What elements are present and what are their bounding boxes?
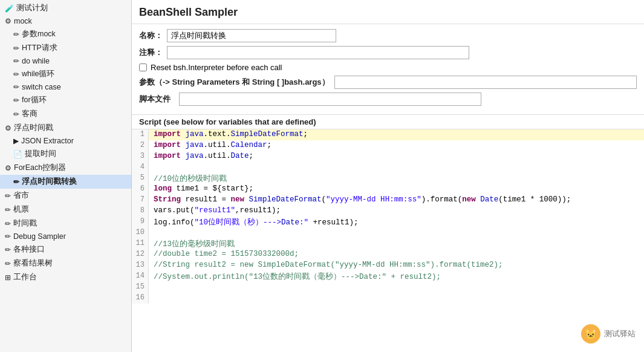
line-content [149, 293, 644, 304]
tree-icon-do-while: ✏ [13, 57, 19, 65]
tree-icon-province: ✏ [5, 192, 11, 200]
sidebar-item-view-results[interactable]: ✏察看结果树 [0, 256, 131, 270]
sidebar-item-various-api[interactable]: ✏各种接口 [0, 243, 131, 256]
tree-label-float-timestamp-conv: 浮点时间戳转换 [22, 177, 77, 187]
code-line: 10 [132, 227, 644, 238]
line-number: 11 [132, 238, 149, 249]
line-content: //double time2 = 1515730332000d; [149, 249, 644, 260]
sidebar-item-province[interactable]: ✏省市 [0, 189, 131, 203]
tree-icon-various-api: ✏ [5, 246, 11, 254]
line-number: 10 [132, 227, 149, 238]
line-content: //System.out.println("13位数的时间戳（毫秒）--->Da… [149, 271, 644, 282]
tree-label-various-api: 各种接口 [13, 244, 45, 255]
code-line: 14//System.out.println("13位数的时间戳（毫秒）--->… [132, 271, 644, 282]
params-label: 参数（-> String Parameters 和 String [ ]bash… [139, 77, 330, 88]
tree-label-foreach-ctrl: ForEach控制器 [14, 163, 66, 173]
sidebar-item-float-timestamp[interactable]: ⚙浮点时间戳 [0, 121, 131, 135]
tree-label-json-extractor: JSON Extractor [21, 137, 74, 145]
tree-label-test-plan: 测试计划 [16, 3, 48, 13]
tree-icon-ticket: ✏ [5, 206, 11, 214]
sidebar-item-test-plan[interactable]: 🧪测试计划 [0, 1, 131, 15]
tree-icon-params-mock: ✏ [13, 30, 19, 39]
tree-label-do-while: do while [22, 57, 50, 65]
tree-icon-http-request: ✏ [13, 44, 19, 53]
tree-icon-while-loop: ✏ [13, 70, 19, 79]
sidebar-item-mock[interactable]: ⚙mock [0, 15, 131, 27]
params-row: 参数（-> String Parameters 和 String [ ]bash… [139, 76, 637, 89]
tree-icon-foreach-ctrl: ⚙ [5, 164, 11, 172]
line-content: vars.put("result1",result1); [149, 206, 644, 217]
comment-row: 注释： [139, 46, 637, 59]
line-number: 14 [132, 271, 149, 282]
sidebar-item-workbench[interactable]: ⊞工作台 [0, 270, 131, 284]
script-file-label: 脚本文件 [139, 94, 175, 105]
sidebar-item-json-extractor[interactable]: ▶JSON Extractor [0, 135, 131, 147]
tree-icon-time-stamp: ✏ [5, 220, 11, 228]
tree-label-float-timestamp: 浮点时间戳 [14, 123, 53, 133]
code-line: 6long time1 = ${start}; [132, 184, 644, 195]
code-editor[interactable]: 1import java.text.SimpleDateFormat;2impo… [132, 129, 644, 352]
tree-icon-for-loop: ✏ [13, 96, 19, 105]
main-panel: BeanShell Sampler 名称： 注释： Reset bsh.Inte… [132, 0, 644, 352]
tree-icon-mock: ⚙ [5, 17, 11, 25]
sidebar-item-time-stamp[interactable]: ✏时间戳 [0, 217, 131, 230]
checkbox-label: Reset bsh.Interpreter before each call [151, 63, 282, 72]
line-number: 15 [132, 282, 149, 293]
line-number: 3 [132, 151, 149, 162]
sidebar-item-ticket[interactable]: ✏机票 [0, 203, 131, 217]
name-row: 名称： [139, 29, 637, 42]
line-number: 8 [132, 206, 149, 217]
params-input[interactable] [334, 76, 637, 89]
sidebar-item-foreach-ctrl[interactable]: ⚙ForEach控制器 [0, 161, 131, 175]
script-file-input[interactable] [179, 93, 481, 106]
tree-icon-extract-time: 📄 [13, 150, 22, 158]
tree-icon-float-timestamp: ⚙ [5, 124, 11, 132]
tree-icon-float-timestamp-conv: ✏ [13, 178, 19, 186]
code-line: 16 [132, 293, 644, 304]
sidebar-item-do-while[interactable]: ✏do while [0, 55, 131, 67]
code-line: 3import java.util.Date; [132, 151, 644, 162]
sidebar-item-extract-time[interactable]: 📄提取时间 [0, 147, 131, 161]
sidebar-item-http-request[interactable]: ✏HTTP请求 [0, 41, 131, 55]
code-line: 8vars.put("result1",result1); [132, 206, 644, 217]
line-content: //13位的毫秒级时间戳 [149, 238, 644, 249]
sidebar-item-switch-case[interactable]: ✏switch case [0, 81, 131, 93]
tree-icon-view-results: ✏ [5, 259, 11, 268]
sidebar-item-params-mock[interactable]: ✏参数mock [0, 27, 131, 41]
line-number: 13 [132, 260, 149, 271]
line-content: import java.text.SimpleDateFormat; [149, 129, 644, 140]
code-line: 1import java.text.SimpleDateFormat; [132, 129, 644, 140]
sidebar-item-customer[interactable]: ✏客商 [0, 107, 131, 121]
comment-label: 注释： [139, 47, 163, 58]
comment-input[interactable] [167, 46, 469, 59]
panel-title: BeanShell Sampler [132, 0, 644, 24]
tree-label-customer: 客商 [22, 109, 37, 119]
sidebar-item-debug-sampler[interactable]: ✏Debug Sampler [0, 230, 131, 243]
line-number: 4 [132, 162, 149, 173]
line-number: 12 [132, 249, 149, 260]
tree-label-http-request: HTTP请求 [22, 43, 57, 53]
name-input[interactable] [167, 29, 336, 42]
tree-label-view-results: 察看结果树 [13, 258, 53, 269]
tree-label-ticket: 机票 [13, 204, 29, 215]
tree-icon-json-extractor: ▶ [13, 137, 19, 145]
line-content [149, 282, 644, 293]
tree-label-params-mock: 参数mock [22, 29, 56, 39]
sidebar-item-float-timestamp-conv[interactable]: ✏浮点时间戳转换 [0, 175, 131, 189]
sidebar-item-while-loop[interactable]: ✏while循环 [0, 67, 131, 81]
line-content [149, 227, 644, 238]
code-header: Script (see below for variables that are… [132, 115, 644, 129]
line-content: log.info("10位时间戳（秒）--->Date:" +result1); [149, 217, 644, 227]
line-number: 9 [132, 217, 149, 227]
line-content [149, 162, 644, 173]
tree-icon-switch-case: ✏ [13, 83, 19, 91]
sidebar-item-for-loop[interactable]: ✏for循环 [0, 93, 131, 107]
code-line: 13//String result2 = new SimpleDateForma… [132, 260, 644, 271]
form-area: 名称： 注释： Reset bsh.Interpreter before eac… [132, 24, 644, 115]
tree-label-while-loop: while循环 [22, 69, 55, 79]
code-line: 2import java.util.Calendar; [132, 140, 644, 151]
tree-icon-test-plan: 🧪 [5, 4, 14, 13]
code-line: 4 [132, 162, 644, 173]
reset-checkbox[interactable] [139, 64, 147, 71]
tree-label-time-stamp: 时间戳 [13, 218, 37, 229]
